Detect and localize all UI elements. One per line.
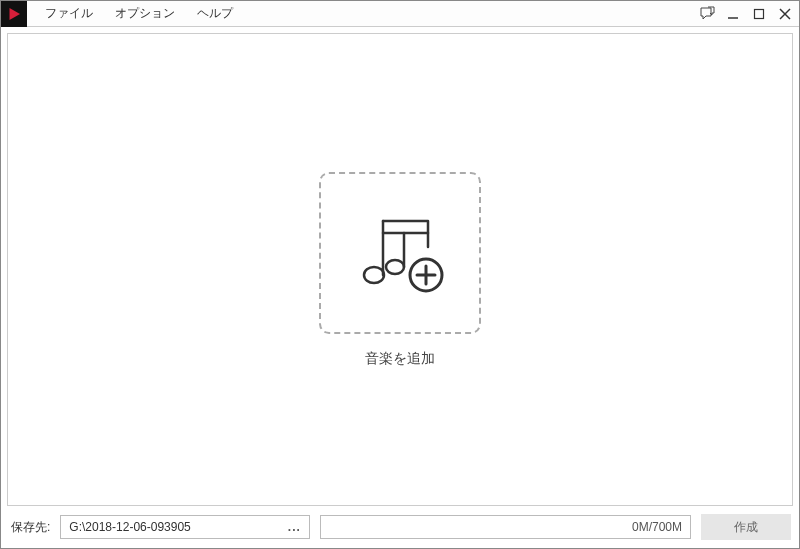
menu-help[interactable]: ヘルプ [187,1,243,26]
music-plus-icon [350,203,450,303]
menu-file[interactable]: ファイル [35,1,103,26]
titlebar: ファイル オプション ヘルプ [1,1,799,27]
minimize-button[interactable] [725,6,741,22]
capacity-bar: 0M/700M [320,515,691,539]
save-path-box: G:\2018-12-06-093905 ... [60,515,310,539]
add-music-label: 音楽を追加 [365,350,435,368]
main-content: 音楽を追加 [7,33,793,506]
browse-button[interactable]: ... [283,520,305,534]
window-controls [699,6,793,22]
menu-bar: ファイル オプション ヘルプ [35,1,243,26]
close-button[interactable] [777,6,793,22]
app-window: ファイル オプション ヘルプ [0,0,800,549]
svg-rect-1 [755,9,764,18]
menu-options[interactable]: オプション [105,1,185,26]
capacity-text: 0M/700M [632,520,682,534]
drop-box [319,172,481,334]
feedback-icon[interactable] [699,6,715,22]
svg-point-8 [386,260,404,274]
maximize-button[interactable] [751,6,767,22]
save-path-text: G:\2018-12-06-093905 [69,520,283,534]
svg-point-6 [364,267,384,283]
footer-bar: 保存先: G:\2018-12-06-093905 ... 0M/700M 作成 [1,512,799,548]
save-to-label: 保存先: [11,519,50,536]
app-icon [1,1,27,27]
add-music-dropzone[interactable]: 音楽を追加 [319,172,481,368]
create-button[interactable]: 作成 [701,514,791,540]
